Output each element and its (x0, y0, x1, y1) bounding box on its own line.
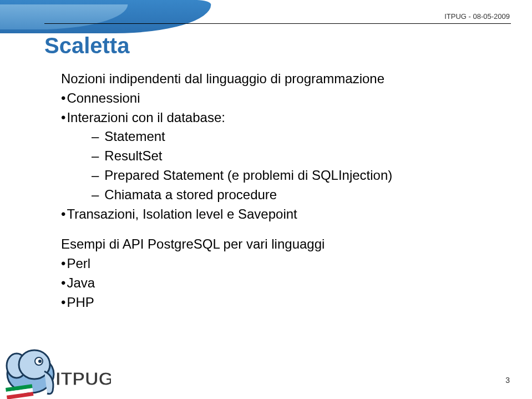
bullet-java: Java (61, 274, 499, 293)
slide-content: Nozioni indipendenti dal linguaggio di p… (61, 69, 499, 312)
header-right-text: ITPUG - 08-05-2009 (444, 12, 510, 21)
bullet-text: Interazioni con il database: (67, 110, 225, 125)
bullet-text: Java (67, 275, 95, 290)
content-line: Nozioni indipendenti dal linguaggio di p… (61, 69, 499, 89)
sub-text: Prepared Statement (e problemi di SQLInj… (104, 168, 392, 183)
bullet-text: Perl (67, 256, 90, 271)
slide: ITPUG - 08-05-2009 Scaletta Nozioni indi… (0, 0, 532, 399)
bullet-text: PHP (67, 295, 94, 310)
sub-text: ResultSet (104, 148, 162, 163)
sub-text: Chiamata a stored procedure (104, 187, 277, 202)
bullet-transazioni: Transazioni, Isolation level e Savepoint (61, 205, 499, 224)
bullet-php: PHP (61, 293, 499, 312)
bullet-connessioni: Connessioni (61, 89, 499, 108)
sub-statement: Statement (92, 127, 499, 147)
bullet-perl: Perl (61, 254, 499, 274)
bullet-text: Transazioni, Isolation level e Savepoint (67, 206, 297, 221)
bullet-text: Connessioni (67, 90, 140, 105)
page-number: 3 (505, 376, 510, 385)
slide-title: Scaletta (44, 33, 129, 58)
sub-chiamata: Chiamata a stored procedure (92, 185, 499, 205)
sub-text: Statement (104, 129, 165, 144)
sub-resultset: ResultSet (92, 147, 499, 166)
sub-prepared: Prepared Statement (e problemi di SQLInj… (92, 166, 499, 185)
itpug-logo: ITPUG (0, 321, 111, 399)
bullet-interazioni: Interazioni con il database: (61, 108, 499, 128)
header-rule (44, 23, 511, 24)
gap (61, 224, 499, 235)
content-line-esempi: Esempi di API PostgreSQL per vari lingua… (61, 235, 499, 254)
logo-text: ITPUG (55, 368, 111, 389)
svg-point-4 (38, 360, 42, 363)
